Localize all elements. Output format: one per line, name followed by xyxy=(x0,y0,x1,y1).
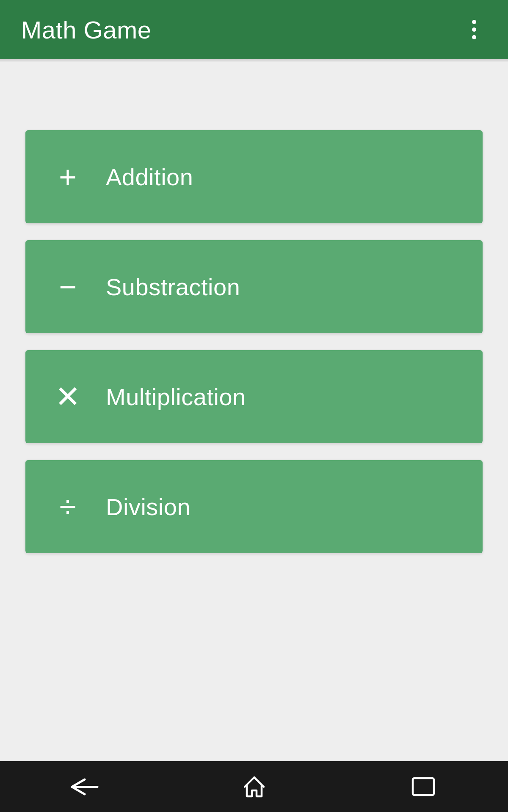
svg-rect-1 xyxy=(413,778,434,795)
division-label: Division xyxy=(106,493,190,521)
back-button[interactable] xyxy=(42,770,127,804)
addition-button[interactable]: + Addition xyxy=(25,130,483,223)
division-button[interactable]: ÷ Division xyxy=(25,460,483,553)
recents-button[interactable] xyxy=(381,770,466,804)
recents-icon xyxy=(411,776,436,797)
nav-bar xyxy=(0,761,508,812)
app-title: Math Game xyxy=(21,16,152,44)
minus-icon: − xyxy=(51,272,85,302)
overflow-dot-3 xyxy=(472,35,476,39)
multiplication-button[interactable]: ✕ Multiplication xyxy=(25,350,483,443)
addition-label: Addition xyxy=(106,163,193,191)
overflow-dot-1 xyxy=(472,20,476,24)
subtraction-button[interactable]: − Substraction xyxy=(25,240,483,333)
multiplication-label: Multiplication xyxy=(106,383,246,411)
back-arrow-icon xyxy=(70,777,99,796)
overflow-menu-button[interactable] xyxy=(461,20,487,39)
main-content: + Addition − Substraction ✕ Multiplicati… xyxy=(0,63,508,761)
overflow-dot-2 xyxy=(472,27,476,32)
divide-icon: ÷ xyxy=(51,491,85,522)
home-button[interactable] xyxy=(212,770,296,804)
app-bar: Math Game xyxy=(0,0,508,59)
plus-icon: + xyxy=(51,162,85,192)
subtraction-label: Substraction xyxy=(106,273,240,301)
multiply-icon: ✕ xyxy=(51,381,85,412)
app-bar-shadow xyxy=(0,59,508,63)
home-icon xyxy=(243,775,266,798)
